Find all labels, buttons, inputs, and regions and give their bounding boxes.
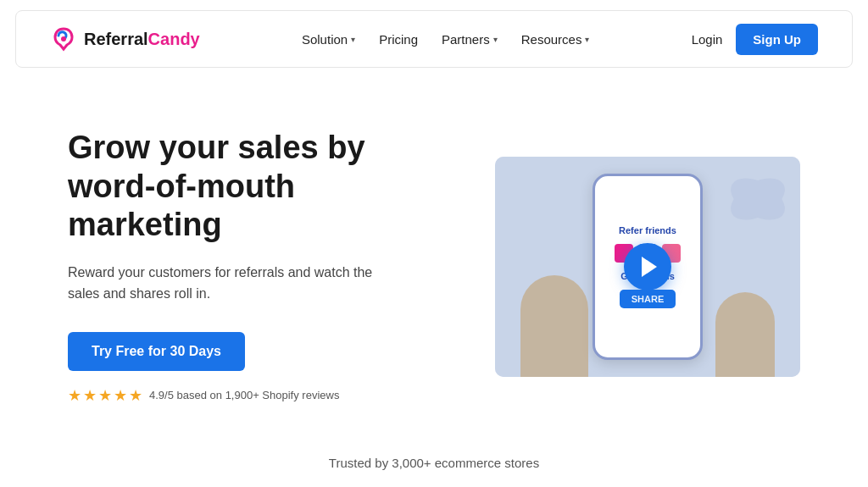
trusted-section: Trusted by 3,000+ ecommerce stores Tuppe… xyxy=(0,439,868,487)
video-thumbnail[interactable]: Refer friends Get rewards SHARE xyxy=(495,157,800,377)
leaf-decoration xyxy=(724,165,792,233)
star-3: ★ xyxy=(98,386,112,405)
hero-content: Grow your sales by word-of-mouth marketi… xyxy=(68,129,407,405)
chevron-down-icon: ▾ xyxy=(585,35,589,44)
hand-left-illustration xyxy=(520,275,588,377)
chevron-down-icon: ▾ xyxy=(493,35,498,44)
hero-subtitle: Reward your customers for referrals and … xyxy=(68,262,407,305)
logo-text: ReferralCandy xyxy=(84,30,200,49)
star-4: ★ xyxy=(114,386,127,405)
play-button[interactable] xyxy=(624,243,671,291)
nav-pricing[interactable]: Pricing xyxy=(379,32,418,47)
nav-resources[interactable]: Resources ▾ xyxy=(521,32,590,47)
hero-section: Grow your sales by word-of-mouth marketi… xyxy=(0,78,868,439)
hero-video: Refer friends Get rewards SHARE xyxy=(495,157,800,377)
cta-button[interactable]: Try Free for 30 Days xyxy=(68,332,245,371)
login-button[interactable]: Login xyxy=(692,32,723,47)
svg-point-2 xyxy=(724,169,792,229)
svg-point-0 xyxy=(61,36,66,42)
star-5: ★ xyxy=(129,386,142,405)
logo-icon xyxy=(50,25,77,53)
star-1: ★ xyxy=(68,386,81,405)
navbar: ReferralCandy Solution ▾ Pricing Partner… xyxy=(15,10,853,68)
review-section: ★ ★ ★ ★ ★ 4.9/5 based on 1,900+ Shopify … xyxy=(68,386,407,405)
logo[interactable]: ReferralCandy xyxy=(50,25,200,53)
star-rating: ★ ★ ★ ★ ★ xyxy=(68,386,142,405)
review-text: 4.9/5 based on 1,900+ Shopify reviews xyxy=(149,389,339,401)
video-illustration: Refer friends Get rewards SHARE xyxy=(495,157,800,377)
signup-button[interactable]: Sign Up xyxy=(736,24,818,55)
star-2: ★ xyxy=(83,386,97,405)
trusted-label: Trusted by 3,000+ ecommerce stores xyxy=(68,456,800,470)
hero-title: Grow your sales by word-of-mouth marketi… xyxy=(68,129,407,245)
hand-right-illustration xyxy=(715,292,775,377)
nav-actions: Login Sign Up xyxy=(692,24,818,55)
phone-share-button: SHARE xyxy=(620,290,676,308)
nav-links: Solution ▾ Pricing Partners ▾ Resources … xyxy=(302,32,589,47)
nav-solution[interactable]: Solution ▾ xyxy=(302,32,355,47)
phone-text-1: Refer friends xyxy=(619,225,676,235)
play-icon xyxy=(642,257,657,277)
nav-partners[interactable]: Partners ▾ xyxy=(442,32,498,47)
chevron-down-icon: ▾ xyxy=(351,35,355,44)
